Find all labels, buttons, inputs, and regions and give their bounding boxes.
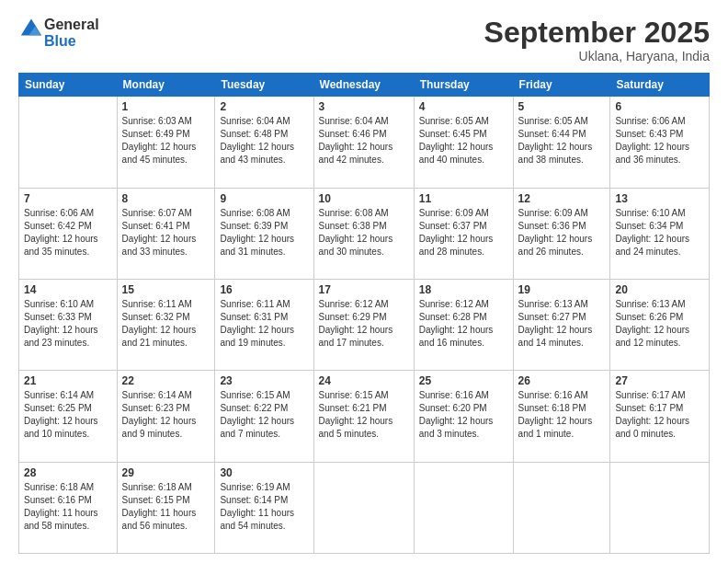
day-info: Sunrise: 6:13 AMSunset: 6:27 PMDaylight:…	[518, 298, 606, 350]
calendar-cell: 22Sunrise: 6:14 AMSunset: 6:23 PMDayligh…	[117, 371, 215, 462]
day-number: 26	[518, 374, 606, 387]
calendar-cell: 4Sunrise: 6:05 AMSunset: 6:45 PMDaylight…	[414, 97, 513, 188]
logo-icon	[18, 17, 44, 43]
day-number: 28	[24, 466, 112, 479]
calendar-cell: 12Sunrise: 6:09 AMSunset: 6:36 PMDayligh…	[513, 188, 610, 279]
day-info: Sunrise: 6:09 AMSunset: 6:36 PMDaylight:…	[518, 207, 606, 259]
day-info: Sunrise: 6:05 AMSunset: 6:44 PMDaylight:…	[518, 115, 606, 167]
day-info: Sunrise: 6:08 AMSunset: 6:39 PMDaylight:…	[220, 207, 308, 259]
day-info: Sunrise: 6:19 AMSunset: 6:14 PMDaylight:…	[220, 481, 308, 533]
calendar-cell: 17Sunrise: 6:12 AMSunset: 6:29 PMDayligh…	[313, 279, 414, 370]
day-number: 10	[319, 192, 409, 205]
day-info: Sunrise: 6:10 AMSunset: 6:33 PMDaylight:…	[24, 298, 112, 350]
day-number: 1	[122, 100, 210, 113]
logo-general: General	[44, 17, 99, 33]
day-info: Sunrise: 6:18 AMSunset: 6:15 PMDaylight:…	[122, 481, 210, 533]
calendar-cell: 28Sunrise: 6:18 AMSunset: 6:16 PMDayligh…	[19, 462, 118, 553]
day-info: Sunrise: 6:05 AMSunset: 6:45 PMDaylight:…	[419, 115, 508, 167]
day-number: 3	[319, 100, 409, 113]
calendar-cell: 10Sunrise: 6:08 AMSunset: 6:38 PMDayligh…	[313, 188, 414, 279]
day-info: Sunrise: 6:08 AMSunset: 6:38 PMDaylight:…	[319, 207, 409, 259]
calendar-cell: 1Sunrise: 6:03 AMSunset: 6:49 PMDaylight…	[117, 97, 215, 188]
day-number: 24	[319, 374, 409, 387]
calendar-cell: 26Sunrise: 6:16 AMSunset: 6:18 PMDayligh…	[513, 371, 610, 462]
calendar-cell	[19, 97, 118, 188]
day-info: Sunrise: 6:14 AMSunset: 6:25 PMDaylight:…	[24, 389, 112, 441]
day-info: Sunrise: 6:12 AMSunset: 6:29 PMDaylight:…	[319, 298, 409, 350]
day-number: 23	[220, 374, 308, 387]
day-info: Sunrise: 6:06 AMSunset: 6:42 PMDaylight:…	[24, 207, 112, 259]
calendar-header-row: SundayMondayTuesdayWednesdayThursdayFrid…	[19, 74, 710, 97]
day-info: Sunrise: 6:16 AMSunset: 6:18 PMDaylight:…	[518, 389, 606, 441]
day-info: Sunrise: 6:11 AMSunset: 6:32 PMDaylight:…	[122, 298, 210, 350]
day-number: 11	[419, 192, 508, 205]
day-number: 8	[122, 192, 210, 205]
day-number: 7	[24, 192, 112, 205]
day-info: Sunrise: 6:13 AMSunset: 6:26 PMDaylight:…	[615, 298, 704, 350]
calendar-cell: 6Sunrise: 6:06 AMSunset: 6:43 PMDaylight…	[610, 97, 710, 188]
day-info: Sunrise: 6:09 AMSunset: 6:37 PMDaylight:…	[419, 207, 508, 259]
calendar-cell	[513, 462, 610, 553]
day-number: 9	[220, 192, 308, 205]
month-title: September 2025	[484, 17, 710, 49]
calendar-week-3: 14Sunrise: 6:10 AMSunset: 6:33 PMDayligh…	[19, 279, 710, 370]
day-number: 21	[24, 374, 112, 387]
calendar-cell: 19Sunrise: 6:13 AMSunset: 6:27 PMDayligh…	[513, 279, 610, 370]
calendar-week-2: 7Sunrise: 6:06 AMSunset: 6:42 PMDaylight…	[19, 188, 710, 279]
calendar-cell: 29Sunrise: 6:18 AMSunset: 6:15 PMDayligh…	[117, 462, 215, 553]
day-number: 15	[122, 283, 210, 296]
day-info: Sunrise: 6:07 AMSunset: 6:41 PMDaylight:…	[122, 207, 210, 259]
calendar-cell	[414, 462, 513, 553]
day-info: Sunrise: 6:17 AMSunset: 6:17 PMDaylight:…	[615, 389, 704, 441]
calendar-cell	[313, 462, 414, 553]
day-number: 20	[615, 283, 704, 296]
logo: General Blue	[18, 17, 99, 49]
day-number: 2	[220, 100, 308, 113]
calendar-cell	[610, 462, 710, 553]
logo-blue: Blue	[44, 33, 99, 50]
day-info: Sunrise: 6:11 AMSunset: 6:31 PMDaylight:…	[220, 298, 308, 350]
day-number: 18	[419, 283, 508, 296]
day-header-sunday: Sunday	[19, 74, 118, 97]
day-info: Sunrise: 6:10 AMSunset: 6:34 PMDaylight:…	[615, 207, 704, 259]
day-number: 16	[220, 283, 308, 296]
calendar-cell: 23Sunrise: 6:15 AMSunset: 6:22 PMDayligh…	[215, 371, 313, 462]
day-header-wednesday: Wednesday	[313, 74, 414, 97]
calendar-cell: 25Sunrise: 6:16 AMSunset: 6:20 PMDayligh…	[414, 371, 513, 462]
logo-text: General Blue	[44, 17, 99, 49]
day-info: Sunrise: 6:15 AMSunset: 6:21 PMDaylight:…	[319, 389, 409, 441]
calendar-cell: 13Sunrise: 6:10 AMSunset: 6:34 PMDayligh…	[610, 188, 710, 279]
day-number: 25	[419, 374, 508, 387]
day-number: 13	[615, 192, 704, 205]
day-header-thursday: Thursday	[414, 74, 513, 97]
day-header-friday: Friday	[513, 74, 610, 97]
day-info: Sunrise: 6:04 AMSunset: 6:48 PMDaylight:…	[220, 115, 308, 167]
calendar-cell: 20Sunrise: 6:13 AMSunset: 6:26 PMDayligh…	[610, 279, 710, 370]
calendar-cell: 21Sunrise: 6:14 AMSunset: 6:25 PMDayligh…	[19, 371, 118, 462]
day-number: 19	[518, 283, 606, 296]
calendar-week-1: 1Sunrise: 6:03 AMSunset: 6:49 PMDaylight…	[19, 97, 710, 188]
day-number: 29	[122, 466, 210, 479]
day-header-tuesday: Tuesday	[215, 74, 313, 97]
calendar-cell: 18Sunrise: 6:12 AMSunset: 6:28 PMDayligh…	[414, 279, 513, 370]
calendar-cell: 11Sunrise: 6:09 AMSunset: 6:37 PMDayligh…	[414, 188, 513, 279]
calendar-cell: 24Sunrise: 6:15 AMSunset: 6:21 PMDayligh…	[313, 371, 414, 462]
calendar-table: SundayMondayTuesdayWednesdayThursdayFrid…	[18, 73, 710, 554]
day-info: Sunrise: 6:12 AMSunset: 6:28 PMDaylight:…	[419, 298, 508, 350]
calendar-cell: 9Sunrise: 6:08 AMSunset: 6:39 PMDaylight…	[215, 188, 313, 279]
day-info: Sunrise: 6:06 AMSunset: 6:43 PMDaylight:…	[615, 115, 704, 167]
calendar-cell: 30Sunrise: 6:19 AMSunset: 6:14 PMDayligh…	[215, 462, 313, 553]
day-number: 17	[319, 283, 409, 296]
day-info: Sunrise: 6:15 AMSunset: 6:22 PMDaylight:…	[220, 389, 308, 441]
day-number: 4	[419, 100, 508, 113]
day-number: 30	[220, 466, 308, 479]
header: General Blue September 2025 Uklana, Hary…	[18, 17, 710, 63]
day-info: Sunrise: 6:16 AMSunset: 6:20 PMDaylight:…	[419, 389, 508, 441]
calendar-cell: 5Sunrise: 6:05 AMSunset: 6:44 PMDaylight…	[513, 97, 610, 188]
day-number: 14	[24, 283, 112, 296]
calendar-cell: 15Sunrise: 6:11 AMSunset: 6:32 PMDayligh…	[117, 279, 215, 370]
calendar-cell: 14Sunrise: 6:10 AMSunset: 6:33 PMDayligh…	[19, 279, 118, 370]
calendar-cell: 7Sunrise: 6:06 AMSunset: 6:42 PMDaylight…	[19, 188, 118, 279]
day-number: 22	[122, 374, 210, 387]
day-header-saturday: Saturday	[610, 74, 710, 97]
